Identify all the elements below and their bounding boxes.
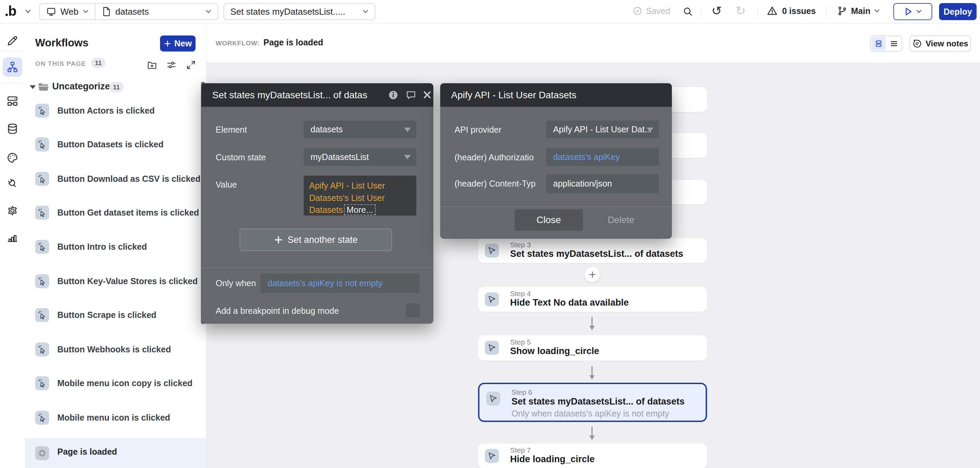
branch-label: Main [851, 6, 870, 16]
bubble-logo[interactable]: b [8, 3, 16, 19]
workflow-item[interactable]: Button Scrape is clicked [25, 301, 206, 328]
step-number: Step 6 [512, 388, 532, 397]
folder-icon [37, 81, 50, 93]
cards-view-button[interactable] [872, 37, 886, 51]
caret-down-icon [30, 85, 36, 89]
workflow-item[interactable]: Mobile menu icon is clicked [25, 404, 206, 431]
page-dropdown[interactable]: datasets [95, 4, 218, 19]
divider [826, 6, 827, 17]
workflow-item[interactable]: Button Datasets is clicked [25, 131, 206, 158]
workflow-item[interactable]: Button Key-Value Stores is clicked [25, 267, 206, 295]
action-cursor-icon [485, 449, 499, 463]
chevron-down-icon [874, 8, 880, 13]
bubble-editor: b Web datasets Set states myDatasetsList… [0, 0, 980, 468]
backend-components-icon[interactable] [6, 95, 19, 107]
element-dropdown[interactable]: datasets [304, 121, 416, 138]
content-type-field[interactable]: application/json [546, 174, 659, 193]
styles-palette-icon[interactable] [6, 151, 19, 164]
workflow-step-card[interactable]: Step 7 Hide loading_circle [478, 443, 707, 468]
new-workflow-button[interactable]: New [160, 35, 196, 51]
workflow-item-label: Button Key-Value Stores is clicked [57, 267, 197, 295]
list-view-button[interactable] [887, 37, 901, 51]
value-expression-box[interactable]: Apify API - List User Datasets's List Us… [304, 176, 416, 216]
add-step-button[interactable] [584, 267, 600, 282]
workflow-item-label: Page is loaded [57, 438, 117, 465]
logo-chevron-down-icon[interactable] [25, 9, 32, 14]
new-folder-icon[interactable] [146, 59, 158, 71]
set-another-state-button[interactable]: Set another state [240, 228, 392, 251]
api-provider-dropdown[interactable]: Apify API - List User Dat... [546, 121, 659, 138]
only-when-value: datasets's apiKey is not empty [267, 278, 382, 288]
close-button[interactable]: Close [515, 209, 583, 231]
deploy-button[interactable]: Deploy [939, 3, 977, 20]
preview-button[interactable] [893, 3, 932, 20]
notes-bubble-icon [912, 38, 922, 49]
custom-state-value: myDatasetsList [310, 148, 369, 166]
action-cursor-icon [485, 341, 499, 355]
info-icon[interactable] [388, 89, 399, 101]
workflow-step-card[interactable]: Step 4 Hide Text No data available [478, 287, 707, 312]
workflow-step-card[interactable]: Step 5 Show loading_circle [478, 335, 707, 360]
close-icon[interactable] [422, 90, 432, 100]
step-title: Hide Text No data available [510, 297, 629, 308]
divider [440, 206, 672, 207]
logs-chart-icon[interactable] [6, 231, 19, 244]
step-title: Set states myDatasetsList... of datasets [510, 249, 683, 259]
folder-row-uncategorized[interactable]: Uncategorized 11 [25, 81, 206, 94]
workflow-item[interactable]: Button Actors is clicked [25, 97, 206, 124]
workflow-item-selected[interactable]: Page is loaded [25, 438, 206, 468]
issues-button[interactable]: 0 issues [767, 5, 816, 17]
click-cursor-icon [35, 343, 49, 357]
folder-label: Uncategorized [52, 81, 116, 92]
play-icon [904, 7, 913, 16]
workflow-item-label: Button Actors is clicked [57, 97, 154, 124]
workflow-item[interactable]: Button Intro is clicked [25, 233, 206, 260]
branch-selector[interactable]: Main [837, 5, 880, 17]
comment-icon[interactable] [406, 89, 417, 101]
workflow-tree-icon [6, 61, 19, 73]
expression-more-button[interactable]: More... [344, 204, 376, 215]
api-provider-value: Apify API - List User Dat... [553, 121, 652, 138]
step-title: Show loading_circle [510, 346, 599, 357]
breakpoint-checkbox[interactable] [406, 303, 420, 317]
filter-sliders-icon[interactable] [166, 59, 177, 71]
click-cursor-icon [35, 274, 49, 288]
delete-button[interactable]: Delete [608, 215, 634, 225]
check-circle-icon [632, 6, 643, 16]
workflow-selector[interactable]: Set states myDatasetsList..... [223, 3, 375, 20]
custom-state-dropdown[interactable]: myDatasetsList [304, 148, 416, 166]
click-cursor-icon [35, 206, 49, 220]
settings-gear-icon[interactable] [6, 204, 19, 217]
workflow-item[interactable]: Button Get dataset items is clicked [25, 199, 206, 226]
redo-icon[interactable]: ↻ [735, 5, 746, 17]
workflow-tab-selected[interactable] [3, 57, 22, 77]
only-when-condition-box[interactable]: datasets's apiKey is not empty [261, 274, 419, 293]
design-pencil-icon[interactable] [6, 35, 19, 47]
view-notes-label: View notes [926, 39, 969, 48]
search-icon[interactable] [682, 6, 694, 17]
click-cursor-icon [35, 172, 49, 186]
database-icon[interactable] [6, 122, 19, 135]
view-notes-button[interactable]: View notes [909, 35, 971, 52]
workflow-item[interactable]: Button Webhooks is clicked [25, 336, 206, 363]
workflow-item[interactable]: Button Download as CSV is clicked [25, 165, 206, 192]
expand-icon[interactable] [185, 59, 197, 71]
step-number: Step 7 [510, 446, 531, 454]
plugins-plug-icon[interactable] [6, 177, 19, 190]
modal-header[interactable]: Apify API - List User Datasets [440, 83, 672, 107]
workflow-step-card-selected[interactable]: Step 6 Set states myDatasetsList... of d… [478, 383, 707, 422]
modal-header[interactable]: Set states myDatasetsList... of datasets [201, 83, 433, 107]
new-button-label: New [174, 38, 192, 48]
list-view-icon [889, 39, 899, 48]
workflow-selector-label: Set states myDatasetsList..... [230, 6, 345, 17]
env-label: Web [60, 6, 78, 17]
workflow-item[interactable]: Mobile menu icon copy is clicked [25, 370, 206, 397]
click-cursor-icon [35, 411, 49, 425]
auth-header-field[interactable]: datasets's apiKey [546, 148, 659, 166]
workflow-item-label: Button Get dataset items is clicked [57, 199, 199, 226]
divider [757, 6, 758, 17]
env-dropdown[interactable]: Web [40, 4, 95, 19]
divider [0, 83, 25, 84]
undo-icon[interactable]: ↺ [711, 5, 722, 17]
workflow-step-card[interactable]: Step 3 Set states myDatasetsList... of d… [478, 238, 707, 263]
